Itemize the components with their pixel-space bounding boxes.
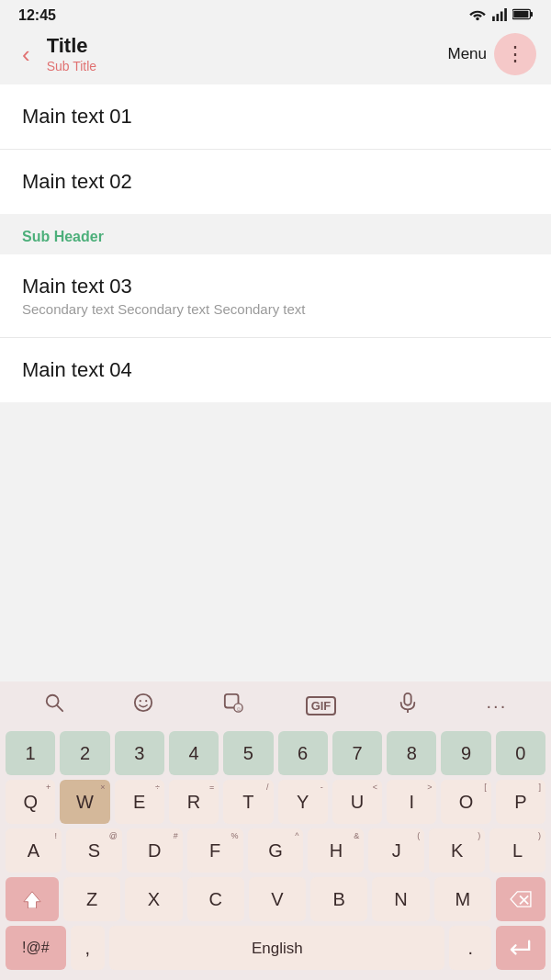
key-4[interactable]: 4 bbox=[169, 731, 219, 775]
key-t[interactable]: /T bbox=[223, 780, 273, 824]
wifi-icon bbox=[468, 8, 487, 24]
key-backspace[interactable] bbox=[496, 877, 545, 921]
key-6[interactable]: 6 bbox=[278, 731, 328, 775]
back-button[interactable]: ‹ bbox=[15, 37, 38, 73]
key-dot[interactable]: . bbox=[449, 926, 491, 970]
key-f[interactable]: %F bbox=[187, 828, 243, 873]
key-0[interactable]: 0 bbox=[496, 731, 545, 775]
key-e[interactable]: ÷E bbox=[115, 780, 164, 824]
key-shift[interactable] bbox=[6, 877, 59, 921]
svg-line-23 bbox=[57, 705, 62, 711]
svg-rect-2 bbox=[500, 11, 503, 21]
svg-rect-30 bbox=[404, 693, 410, 705]
key-l[interactable]: )L bbox=[489, 828, 545, 873]
key-enter[interactable] bbox=[496, 926, 545, 970]
main-text-2: Main text 02 bbox=[22, 170, 529, 194]
keyboard-toolbar: ☺ GIF ··· bbox=[0, 681, 551, 727]
keyboard-rows: 1 2 3 4 5 6 7 8 9 0 +Q ×W ÷E =R /T -Y <U… bbox=[0, 727, 551, 980]
key-d[interactable]: #D bbox=[127, 828, 183, 873]
sub-header: Sub Header bbox=[0, 216, 551, 254]
keyboard-number-row: 1 2 3 4 5 6 7 8 9 0 bbox=[6, 731, 545, 775]
list-item-4[interactable]: Main text 04 bbox=[0, 338, 551, 402]
more-dots-icon: ⋮ bbox=[505, 44, 526, 64]
key-j[interactable]: (J bbox=[368, 828, 424, 873]
keyboard-mic-button[interactable] bbox=[391, 689, 424, 722]
page-subtitle: Sub Title bbox=[47, 59, 448, 74]
svg-point-25 bbox=[140, 700, 141, 702]
key-y[interactable]: -Y bbox=[278, 780, 328, 824]
key-h[interactable]: &H bbox=[308, 828, 364, 873]
key-a[interactable]: !A bbox=[6, 828, 62, 873]
main-text-1: Main text 01 bbox=[22, 105, 529, 129]
signal-icon bbox=[492, 8, 507, 24]
svg-rect-1 bbox=[497, 14, 500, 21]
list-item-3[interactable]: Main text 03 Secondary text Secondary te… bbox=[0, 254, 551, 338]
list-card-1: Main text 01 Main text 02 bbox=[0, 84, 551, 214]
secondary-text-3: Secondary text Secondary text Secondary … bbox=[22, 301, 529, 317]
status-bar: 12:45 bbox=[0, 0, 551, 28]
key-r[interactable]: =R bbox=[169, 780, 219, 824]
key-2[interactable]: 2 bbox=[60, 731, 109, 775]
sub-header-text: Sub Header bbox=[22, 229, 104, 244]
key-u[interactable]: <U bbox=[332, 780, 382, 824]
key-o[interactable]: [O bbox=[441, 780, 490, 824]
list-item-1[interactable]: Main text 01 bbox=[0, 84, 551, 150]
key-8[interactable]: 8 bbox=[387, 731, 436, 775]
list-area: Main text 01 Main text 02 Sub Header ♡ bbox=[0, 84, 551, 402]
key-n[interactable]: N bbox=[372, 877, 429, 921]
key-w[interactable]: ×W bbox=[60, 780, 109, 824]
keyboard-more-button[interactable]: ··· bbox=[479, 692, 515, 720]
key-i[interactable]: >I bbox=[387, 780, 436, 824]
key-symbols[interactable]: !@# bbox=[6, 926, 66, 970]
keyboard-qwerty-row: +Q ×W ÷E =R /T -Y <U >I [O ]P bbox=[6, 780, 545, 824]
key-k[interactable]: )K bbox=[429, 828, 485, 873]
key-z[interactable]: Z bbox=[63, 877, 120, 921]
key-5[interactable]: 5 bbox=[223, 731, 273, 775]
keyboard-bottom-row: !@# , English . bbox=[6, 926, 545, 970]
keyboard: ☺ GIF ··· 1 2 3 4 5 6 7 8 9 0 +Q ×W ÷E =… bbox=[0, 681, 551, 980]
page-title: Title bbox=[47, 34, 448, 58]
list-card-2: ♡ ○ bbox=[0, 254, 551, 402]
svg-rect-6 bbox=[513, 11, 528, 18]
key-x[interactable]: X bbox=[125, 877, 182, 921]
main-text-4: Main text 04 bbox=[22, 358, 529, 382]
key-m[interactable]: M bbox=[434, 877, 491, 921]
key-7[interactable]: 7 bbox=[332, 731, 382, 775]
svg-text:☺: ☺ bbox=[236, 705, 242, 712]
battery-icon bbox=[512, 8, 533, 23]
svg-marker-32 bbox=[24, 892, 40, 908]
key-b[interactable]: B bbox=[310, 877, 367, 921]
more-button[interactable]: ⋮ bbox=[494, 33, 536, 75]
menu-area: Menu ⋮ bbox=[447, 33, 536, 75]
list-item-2[interactable]: Main text 02 bbox=[0, 150, 551, 214]
key-q[interactable]: +Q bbox=[6, 780, 55, 824]
key-p[interactable]: ]P bbox=[496, 780, 545, 824]
key-s[interactable]: @S bbox=[66, 828, 122, 873]
keyboard-asdf-row: !A @S #D %F ^G &H (J )K )L bbox=[6, 828, 545, 873]
menu-label[interactable]: Menu bbox=[447, 45, 487, 63]
key-3[interactable]: 3 bbox=[115, 731, 164, 775]
key-comma[interactable]: , bbox=[71, 926, 106, 970]
svg-point-24 bbox=[135, 694, 152, 711]
keyboard-sticker-button[interactable]: ☺ bbox=[216, 689, 251, 722]
status-time: 12:45 bbox=[18, 7, 56, 24]
svg-rect-3 bbox=[504, 8, 507, 21]
main-text-3: Main text 03 bbox=[22, 275, 529, 299]
key-1[interactable]: 1 bbox=[6, 731, 55, 775]
key-space[interactable]: English bbox=[109, 926, 444, 970]
key-9[interactable]: 9 bbox=[441, 731, 490, 775]
svg-rect-0 bbox=[492, 16, 495, 20]
svg-rect-5 bbox=[530, 12, 533, 17]
keyboard-emoji-button[interactable] bbox=[126, 689, 161, 722]
key-c[interactable]: C bbox=[187, 877, 244, 921]
keyboard-search-button[interactable] bbox=[37, 689, 72, 722]
key-g[interactable]: ^G bbox=[248, 828, 304, 873]
status-icons bbox=[468, 8, 533, 24]
key-v[interactable]: V bbox=[249, 877, 306, 921]
top-bar: ‹ Title Sub Title Menu ⋮ bbox=[0, 28, 551, 84]
svg-point-26 bbox=[146, 700, 148, 702]
keyboard-gif-button[interactable]: GIF bbox=[306, 696, 337, 715]
keyboard-zxcv-row: Z X C V B N M bbox=[6, 877, 545, 921]
title-block: Title Sub Title bbox=[47, 34, 448, 73]
